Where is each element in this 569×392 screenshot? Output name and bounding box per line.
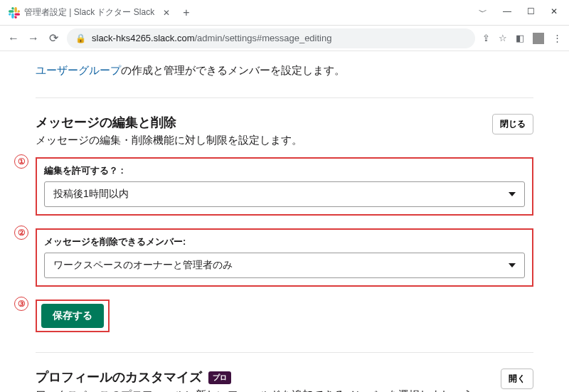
annot-allow-editing: ① 編集を許可する？ : 投稿後1時間以内 [36,157,533,216]
message-edit-subtitle: メッセージの編集・削除機能に対し制限を設定します。 [36,134,302,147]
nav-forward-icon[interactable]: → [27,32,40,45]
nav-back-icon[interactable]: ← [7,32,20,45]
profile-customize-title-text: プロフィールのカスタマイズ [36,370,202,384]
star-icon[interactable]: ☆ [499,33,507,43]
tab-close-icon[interactable]: ✕ [163,8,170,18]
profile-customize-title: プロフィールのカスタマイズ プロ [36,369,484,386]
allow-editing-select[interactable]: 投稿後1時間以内 [44,181,525,207]
url-domain: slack-hks4265.slack.com [92,33,195,43]
delete-members-value: ワークスペースのオーナーと管理者のみ [53,259,233,272]
menu-kebab-icon[interactable]: ⋮ [553,33,562,43]
save-button[interactable]: 保存する [41,304,104,328]
window-maximize-icon[interactable]: ☐ [527,6,535,18]
window-controls: ﹀ ― ☐ ✕ [479,6,569,18]
chevron-down-icon [509,263,516,267]
annotation-box-3: 保存する [36,300,110,332]
extension-icon[interactable]: ◧ [516,33,524,43]
message-edit-title: メッセージの編集と削除 [36,114,302,131]
profile-avatar[interactable] [533,33,544,44]
annot-save: ③ 保存する [36,300,533,332]
page-scroll-area[interactable]: ユーザーグループの作成と管理ができるメンバーを設定します。 メッセージの編集と削… [0,51,569,392]
window-close-icon[interactable]: ✕ [551,6,558,18]
annotation-number-1: ① [14,154,28,169]
new-tab-button[interactable]: + [183,6,189,19]
window-minimize-icon[interactable]: ― [503,6,511,18]
window-caret-icon[interactable]: ﹀ [479,6,487,18]
message-edit-section: メッセージの編集と削除 メッセージの編集・削除機能に対し制限を設定します。 閉じ… [36,97,533,352]
profile-customize-subtitle: ワークスペースのプロフィールに新しいフィールドを追加できるメンバーを選択しましょ… [36,388,484,392]
delete-members-label: メッセージを削除できるメンバー: [44,235,525,248]
annot-delete-members: ② メッセージを削除できるメンバー: ワークスペースのオーナーと管理者のみ [36,228,533,287]
close-section-button[interactable]: 閉じる [492,114,533,134]
pro-plan-badge: プロ [208,371,231,384]
allow-editing-value: 投稿後1時間以内 [53,188,129,201]
user-groups-description: ユーザーグループの作成と管理ができるメンバーを設定します。 [36,64,533,78]
annotation-number-2: ② [14,226,28,240]
annotation-box-1: 編集を許可する？ : 投稿後1時間以内 [36,157,533,216]
open-section-button[interactable]: 開く [501,369,533,389]
url-path: /admin/settings#message_editing [195,33,332,43]
annotation-box-2: メッセージを削除できるメンバー: ワークスペースのオーナーと管理者のみ [36,228,533,287]
chevron-down-icon [509,192,516,196]
browser-titlebar: 管理者設定 | Slack ドクター Slack ✕ + ﹀ ― ☐ ✕ [0,0,569,26]
slack-favicon-icon [9,7,20,18]
user-groups-suffix: の作成と管理ができるメンバーを設定します。 [121,64,345,76]
profile-customize-section: プロフィールのカスタマイズ プロ ワークスペースのプロフィールに新しいフィールド… [36,352,533,392]
annotation-number-3: ③ [14,297,28,311]
address-bar[interactable]: 🔒 slack-hks4265.slack.com/admin/settings… [67,28,475,48]
browser-toolbar: ← → ⟳ 🔒 slack-hks4265.slack.com/admin/se… [0,26,569,51]
share-icon[interactable]: ⇪ [482,33,490,43]
browser-tab[interactable]: 管理者設定 | Slack ドクター Slack ✕ [0,1,177,25]
delete-members-select[interactable]: ワークスペースのオーナーと管理者のみ [44,253,525,278]
nav-reload-icon[interactable]: ⟳ [47,31,60,45]
lock-icon: 🔒 [75,33,86,43]
tab-title: 管理者設定 | Slack ドクター Slack [24,6,154,18]
user-groups-link[interactable]: ユーザーグループ [36,64,121,76]
allow-editing-label: 編集を許可する？ : [44,164,525,177]
